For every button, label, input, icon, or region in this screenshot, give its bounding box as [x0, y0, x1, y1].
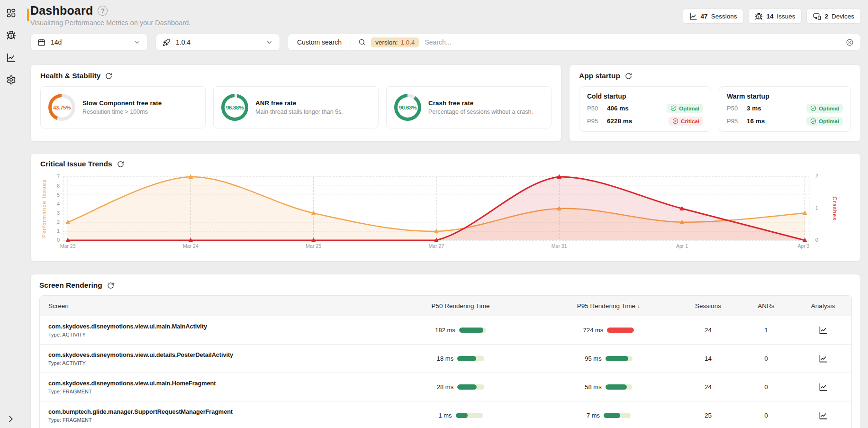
sessions-count: 14 — [678, 355, 738, 362]
health-card: 90.63% Crash free rate Percentage of ses… — [386, 86, 552, 128]
gauge-percent: 90.63% — [399, 105, 416, 110]
check-circle-icon — [670, 105, 677, 111]
startup-metric-row: P50 3 ms Optimal — [727, 104, 843, 113]
search-filter-chip[interactable]: version: 1.0.4 — [371, 37, 419, 47]
rendering-time-bar — [459, 328, 486, 333]
gauge-percent: 43.75% — [53, 105, 71, 110]
version-value: 1.0.4 — [176, 38, 190, 46]
linechart-icon — [6, 53, 16, 63]
rendering-time-cell: 182 ms — [382, 327, 539, 334]
svg-text:Apr 3: Apr 3 — [798, 243, 810, 249]
column-header-anrs[interactable]: ANRs — [738, 302, 795, 310]
screen-cell: com.skydoves.disneymotions.view.ui.main.… — [40, 323, 382, 337]
rendering-time-cell: 28 ms — [382, 383, 539, 391]
rendering-time-bar — [457, 384, 484, 390]
sidebar-item-settings[interactable] — [1, 69, 20, 91]
refresh-icon[interactable] — [107, 282, 114, 289]
header-stats: 47 Sessions 14 Issues 2 Devices — [683, 9, 861, 24]
startup-card-title: Cold startup — [587, 92, 703, 100]
app-startup-panel: App startup Cold startup P50 406 ms Opti… — [569, 64, 861, 142]
column-header-p95-rendering-time[interactable]: P95 Rendering Time ↓ — [539, 302, 678, 310]
svg-text:0: 0 — [815, 237, 818, 243]
sessions-count: 25 — [678, 412, 738, 419]
issues-button[interactable]: 14 Issues — [748, 9, 802, 24]
column-header-p50-rendering-time[interactable]: P50 Rendering Time — [382, 302, 539, 310]
svg-text:Crashes: Crashes — [832, 196, 838, 220]
devices-button[interactable]: 2 Devices — [806, 9, 861, 24]
sidebar-expand-button[interactable] — [6, 414, 16, 424]
critical-issue-trends-panel: Critical Issue Trends 01234567012Mar 23M… — [30, 153, 861, 262]
analysis-chart-icon[interactable] — [819, 382, 828, 392]
percentile-value: 406 ms — [607, 105, 629, 112]
chip-key: version: — [375, 39, 398, 46]
sessions-button[interactable]: 47 Sessions — [683, 9, 744, 24]
clear-search-icon[interactable] — [846, 38, 854, 46]
table-row[interactable]: com.skydoves.disneymotions.view.ui.main.… — [40, 373, 851, 401]
rendering-time-value: 1 ms — [438, 412, 452, 419]
svg-text:2: 2 — [815, 174, 818, 180]
screen-type: Type: ACTIVITY — [48, 360, 382, 366]
stat-label: Sessions — [711, 13, 737, 20]
help-icon[interactable]: ? — [98, 6, 108, 16]
screen-type: Type: FRAGMENT — [48, 417, 382, 423]
panel-title: Critical Issue Trends — [40, 160, 112, 168]
sidebar-item-issues[interactable] — [1, 24, 20, 46]
bug-icon — [755, 12, 763, 20]
rendering-time-value: 7 ms — [587, 412, 600, 419]
active-page-accent-bar — [27, 9, 29, 21]
status-badge: Optimal — [806, 104, 843, 113]
donut-gauge: 96.88% — [221, 94, 248, 121]
percentile-value: 16 ms — [747, 118, 765, 125]
screen-name: com.bumptech.glide.manager.SupportReques… — [48, 408, 382, 415]
panel-title: Health & Stability — [40, 72, 100, 80]
panel-title: App startup — [579, 72, 620, 80]
health-card: 96.88% ANR free rate Main-thread stalls … — [213, 86, 379, 128]
svg-text:Performance Issues: Performance Issues — [41, 179, 47, 238]
percentile-label: P50 — [727, 105, 747, 112]
refresh-icon[interactable] — [105, 73, 112, 80]
column-header-analysis: Analysis — [795, 302, 851, 310]
svg-text:2: 2 — [57, 219, 60, 225]
startup-metric-row: P50 406 ms Optimal — [587, 104, 703, 113]
date-range-select[interactable]: 14d — [30, 34, 148, 51]
sidebar-item-metrics[interactable] — [1, 46, 20, 69]
startup-card-title: Warm startup — [727, 92, 843, 100]
refresh-icon[interactable] — [117, 161, 124, 168]
critical-issue-trends-chart: 01234567012Mar 23Mar 24Mar 25Mar 27Mar 3… — [40, 171, 851, 256]
analysis-chart-icon[interactable] — [819, 354, 828, 363]
rendering-time-value: 724 ms — [583, 327, 604, 334]
panel-title: Screen Rendering — [39, 281, 102, 290]
table-row[interactable]: com.skydoves.disneymotions.view.ui.detai… — [40, 344, 851, 373]
health-stability-panel: Health & Stability 43.75% Slow Component… — [30, 64, 561, 142]
screen-cell: com.bumptech.glide.manager.SupportReques… — [40, 408, 382, 423]
metric-subtitle: Main-thread stalls longer than 5s. — [255, 109, 343, 115]
table-row[interactable]: com.skydoves.disneymotions.view.ui.main.… — [40, 316, 851, 344]
version-select[interactable]: 1.0.4 — [155, 34, 280, 51]
column-header-sessions[interactable]: Sessions — [678, 302, 738, 310]
svg-text:1: 1 — [57, 228, 60, 234]
table-row[interactable]: com.bumptech.glide.manager.SupportReques… — [40, 401, 851, 428]
chip-value: 1.0.4 — [400, 39, 415, 46]
rendering-time-value: 18 ms — [437, 355, 453, 362]
rendering-time-bar — [457, 356, 484, 361]
screen-name: com.skydoves.disneymotions.view.ui.detai… — [48, 351, 382, 358]
app-root: Dashboard ? Visualizing Performance Metr… — [0, 0, 868, 428]
sidebar-item-dashboard[interactable] — [1, 2, 20, 24]
startup-metric-row: P95 6228 ms Critical — [587, 117, 703, 126]
rendering-time-bar — [607, 328, 634, 333]
search-input[interactable] — [424, 38, 846, 46]
gear-icon — [6, 75, 16, 85]
dashboard-icon — [6, 8, 16, 18]
refresh-icon[interactable] — [625, 73, 632, 80]
metric-subtitle: Percentage of sessions without a crash. — [428, 109, 533, 115]
donut-gauge: 43.75% — [48, 94, 75, 121]
analysis-chart-icon[interactable] — [819, 326, 828, 335]
svg-text:Mar 24: Mar 24 — [183, 243, 199, 249]
analysis-chart-icon[interactable] — [819, 411, 828, 420]
status-badge: Critical — [669, 117, 703, 126]
sessions-count: 24 — [678, 383, 738, 391]
x-circle-icon — [672, 118, 678, 124]
custom-search-button[interactable]: Custom search — [288, 34, 351, 50]
screen-type: Type: FRAGMENT — [48, 389, 382, 394]
rendering-time-cell: 1 ms — [382, 412, 539, 419]
